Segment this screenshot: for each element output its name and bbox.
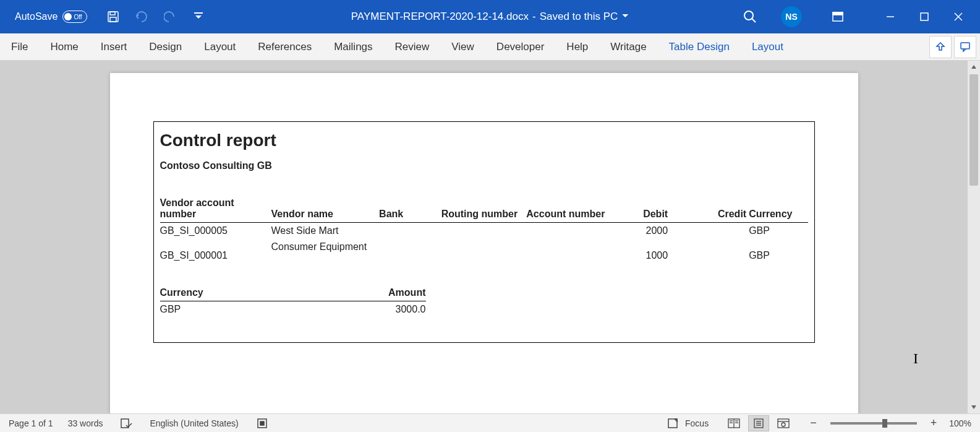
cell-account bbox=[526, 223, 611, 240]
svg-rect-7 bbox=[833, 12, 843, 15]
tab-home[interactable]: Home bbox=[39, 33, 89, 60]
tab-review[interactable]: Review bbox=[384, 33, 441, 60]
scroll-thumb[interactable] bbox=[969, 74, 978, 186]
tab-file[interactable]: File bbox=[0, 33, 39, 60]
search-button[interactable] bbox=[738, 4, 762, 29]
web-layout-button[interactable] bbox=[773, 415, 794, 431]
text-cursor-icon: I bbox=[913, 350, 918, 367]
col-routing: Routing number bbox=[441, 196, 527, 223]
summary-row: GBP 3000.0 bbox=[160, 301, 426, 318]
svg-rect-1 bbox=[110, 12, 115, 15]
zoom-out-button[interactable]: − bbox=[806, 417, 820, 430]
cell-currency: GBP bbox=[749, 239, 807, 264]
cell-amount: 3000.0 bbox=[370, 301, 426, 318]
status-bar: Page 1 of 1 33 words English (United Sta… bbox=[0, 413, 980, 432]
tab-mailings[interactable]: Mailings bbox=[323, 33, 383, 60]
summary-header-row: Currency Amount bbox=[160, 286, 426, 301]
tab-developer[interactable]: Developer bbox=[485, 33, 556, 60]
cell-vendor-account: GB_SI_000005 bbox=[160, 223, 271, 240]
cell-account bbox=[526, 239, 611, 264]
col-amount: Amount bbox=[370, 286, 426, 301]
customize-qat-button[interactable] bbox=[190, 8, 207, 25]
tab-design[interactable]: Design bbox=[138, 33, 193, 60]
col-bank: Bank bbox=[379, 196, 441, 223]
focus-icon[interactable] bbox=[664, 415, 681, 432]
title-bar: AutoSave Off PAYMENT-REPORT-2020-12-14.d… bbox=[0, 0, 980, 33]
cell-routing bbox=[441, 223, 527, 240]
spellcheck-icon[interactable] bbox=[117, 415, 135, 432]
col-debit: Debit bbox=[611, 196, 670, 223]
cell-credit bbox=[670, 239, 749, 264]
autosave-control[interactable]: AutoSave Off bbox=[0, 11, 87, 23]
report-title: Control report bbox=[160, 131, 808, 150]
svg-rect-9 bbox=[921, 13, 928, 20]
status-focus[interactable]: Focus bbox=[685, 418, 709, 428]
tab-table-design[interactable]: Table Design bbox=[658, 33, 741, 60]
redo-button[interactable] bbox=[161, 8, 179, 25]
zoom-slider-knob[interactable] bbox=[882, 419, 887, 428]
table-row: GB_SI_000001 Consumer Equipment 1000 GBP bbox=[160, 239, 808, 264]
read-mode-button[interactable] bbox=[723, 415, 744, 431]
toggle-knob bbox=[64, 13, 72, 20]
tab-table-layout[interactable]: Layout bbox=[741, 33, 795, 60]
cell-bank bbox=[379, 239, 441, 264]
user-avatar[interactable]: NS bbox=[781, 6, 802, 27]
svg-rect-12 bbox=[961, 43, 969, 49]
cell-vendor-name: West Side Mart bbox=[271, 223, 379, 240]
table-row: GB_SI_000005 West Side Mart 2000 GBP bbox=[160, 223, 808, 240]
tab-insert[interactable]: Insert bbox=[90, 33, 138, 60]
col-vendor-account: Vendor account number bbox=[160, 196, 271, 223]
tab-references[interactable]: References bbox=[247, 33, 323, 60]
svg-point-29 bbox=[782, 423, 785, 426]
cell-vendor-account: GB_SI_000001 bbox=[160, 239, 271, 264]
ribbon-display-button[interactable] bbox=[820, 4, 854, 29]
title-separator: - bbox=[532, 11, 536, 23]
svg-rect-15 bbox=[260, 421, 264, 425]
zoom-in-button[interactable]: + bbox=[927, 417, 941, 430]
table-header-row: Vendor account number Vendor name Bank R… bbox=[160, 196, 808, 223]
cell-vendor-name: Consumer Equipment bbox=[271, 239, 379, 264]
svg-point-4 bbox=[744, 11, 753, 20]
minimize-button[interactable] bbox=[873, 4, 907, 29]
tab-view[interactable]: View bbox=[440, 33, 485, 60]
page[interactable]: Control report Contoso Consulting GB Ven… bbox=[110, 73, 858, 413]
zoom-slider[interactable] bbox=[830, 422, 917, 425]
vertical-scrollbar[interactable] bbox=[968, 61, 980, 413]
print-layout-button[interactable] bbox=[748, 415, 769, 431]
tab-help[interactable]: Help bbox=[555, 33, 599, 60]
comments-button[interactable] bbox=[954, 36, 976, 58]
tab-writage[interactable]: Writage bbox=[599, 33, 657, 60]
vendor-table: Vendor account number Vendor name Bank R… bbox=[160, 196, 808, 264]
chevron-down-icon[interactable] bbox=[621, 11, 629, 23]
report-subtitle: Contoso Consulting GB bbox=[160, 160, 808, 171]
close-button[interactable] bbox=[941, 4, 975, 29]
autosave-toggle[interactable]: Off bbox=[62, 11, 87, 23]
status-page[interactable]: Page 1 of 1 bbox=[9, 418, 53, 428]
maximize-button[interactable] bbox=[907, 4, 941, 29]
macro-icon[interactable] bbox=[254, 415, 271, 432]
cell-bank bbox=[379, 223, 441, 240]
scroll-down-button[interactable] bbox=[968, 401, 980, 413]
save-status[interactable]: Saved to this PC bbox=[540, 11, 618, 23]
autosave-state: Off bbox=[74, 14, 82, 20]
svg-rect-2 bbox=[110, 17, 116, 22]
document-title: PAYMENT-REPORT-2020-12-14.docx - Saved t… bbox=[351, 11, 629, 23]
scroll-up-button[interactable] bbox=[968, 61, 980, 73]
svg-rect-3 bbox=[194, 12, 203, 14]
report-box: Control report Contoso Consulting GB Ven… bbox=[153, 121, 815, 343]
save-button[interactable] bbox=[104, 8, 122, 25]
col-currency: Currency bbox=[749, 196, 807, 223]
cell-routing bbox=[441, 239, 527, 264]
undo-button[interactable] bbox=[133, 8, 150, 25]
status-language[interactable]: English (United States) bbox=[150, 418, 238, 428]
cell-credit bbox=[670, 223, 749, 240]
filename: PAYMENT-REPORT-2020-12-14.docx bbox=[351, 11, 529, 23]
svg-line-5 bbox=[752, 19, 756, 22]
col-credit: Credit bbox=[670, 196, 749, 223]
quick-access-toolbar bbox=[104, 8, 207, 25]
share-button[interactable] bbox=[929, 36, 952, 58]
tab-layout[interactable]: Layout bbox=[193, 33, 247, 60]
zoom-level[interactable]: 100% bbox=[949, 418, 971, 428]
status-words[interactable]: 33 words bbox=[68, 418, 103, 428]
summary-table: Currency Amount GBP 3000.0 bbox=[160, 286, 426, 318]
